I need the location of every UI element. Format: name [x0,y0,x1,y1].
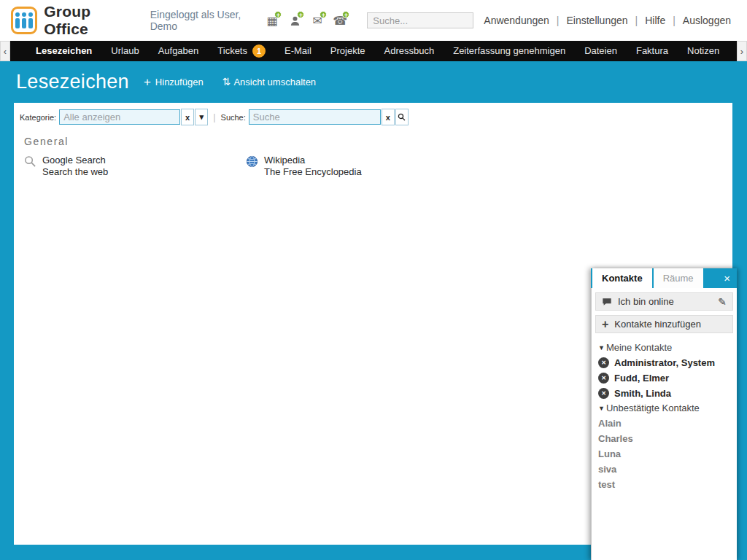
global-search-input[interactable] [367,12,473,28]
add-bookmark-button[interactable]: + Hinzufügen [139,74,208,90]
logged-in-status: Eingeloggt als User, Demo [150,9,265,32]
search-submit-button[interactable] [395,109,409,125]
edit-status-pencil-icon[interactable]: ✎ [718,296,727,308]
add-contacts-button[interactable]: + Kontakte hinzufügen [595,315,733,333]
magnifier-icon [398,113,406,121]
nav-tab-aufgaben[interactable]: Aufgaben [149,41,209,61]
bookmark-group-title: General [24,136,732,147]
nav-tab-notizen[interactable]: Notizen [678,41,729,61]
nav-tab-urlaub[interactable]: Urlaub [101,41,148,61]
top-header: Group Office Eingeloggt als User, Demo ▦… [0,0,747,41]
link-ausloggen[interactable]: Ausloggen [681,15,732,26]
filter-bar: Kategorie: x ▾ | Suche: x [14,103,732,125]
close-icon[interactable]: × [717,268,737,288]
bookmark-text: Google Search Search the web [42,155,108,178]
nav-scroll-left-icon[interactable]: ‹ [0,41,10,61]
category-combobox[interactable] [59,109,180,125]
bookmark-google-search[interactable]: Google Search Search the web [24,155,246,178]
contact-alain[interactable]: Alain [598,417,731,429]
plus-badge-icon: + [297,11,304,18]
link-separator: | [635,15,638,26]
logo-bar [22,18,26,28]
call-add-icon[interactable]: ☎ + [332,13,348,28]
calendar-add-icon[interactable]: ▦ + [264,13,280,28]
category-dropdown-button[interactable]: ▾ [195,109,208,125]
nav-tab-tickets[interactable]: Tickets 1 [208,41,275,61]
contact-smith-linda[interactable]: ✕ Smith, Linda [598,387,731,400]
search-clear-button[interactable]: x [382,109,395,125]
tab-label: Dateien [584,41,617,61]
nav-tab-email[interactable]: E-Mail [275,41,321,61]
magnifier-icon [24,155,36,168]
bookmark-subtitle: The Free Encyclopedia [264,166,362,178]
link-hilfe[interactable]: Hilfe [643,15,667,26]
group-label: Meine Kontakte [606,342,672,353]
group-meine-kontakte[interactable]: ▼ Meine Kontakte [598,342,731,353]
plus-icon: + [602,319,608,330]
online-status-bar[interactable]: Ich bin online ✎ [595,292,733,311]
contact-name: Luna [598,448,621,460]
nav-scroll-right-icon[interactable]: › [737,41,747,61]
group-unbestaetigte-kontakte[interactable]: ▼ Unbestätigte Kontakte [598,402,731,413]
contact-test[interactable]: test [598,478,731,491]
speech-bubble-icon [602,297,612,307]
tab-label: Notizen [687,41,719,61]
contact-siva[interactable]: siva [598,463,731,475]
nav-tab-faktura[interactable]: Faktura [627,41,678,61]
quick-add-icons: ▦ + + ✉ + ☎ + [264,13,348,28]
plus-badge-icon: + [320,11,327,18]
swap-view-icon: ⇅ [222,77,231,87]
group-label: Unbestätigte Kontakte [606,402,700,413]
bookmark-wikipedia[interactable]: Wikipedia The Free Encyclopedia [246,155,468,178]
link-separator: | [557,15,560,26]
contact-add-icon[interactable]: + [287,13,303,28]
nav-tab-zeiterfassung[interactable]: Zeiterfassung genehmigen [444,41,575,61]
tab-label: Zeiterfassung genehmigen [453,41,565,61]
email-add-icon[interactable]: ✉ + [309,13,325,28]
plus-badge-icon: + [274,11,282,18]
collapse-triangle-icon: ▼ [598,344,605,351]
bookmark-search-input[interactable] [249,109,381,125]
add-bookmark-label: Hinzufügen [155,77,204,88]
app-title: Group Office [44,3,134,38]
top-links: Anwendungen | Einstellungen | Hilfe | Au… [482,15,732,26]
tab-label: Projekte [330,41,365,61]
nav-tab-dateien[interactable]: Dateien [575,41,627,61]
contact-name: Fudd, Elmer [614,372,669,384]
contact-charles[interactable]: Charles [598,432,731,445]
toggle-view-button[interactable]: ⇅ Ansicht umschalten [218,74,320,90]
contact-name: Alain [598,417,622,429]
logo-bar [15,18,20,28]
contact-fudd-elmer[interactable]: ✕ Fudd, Elmer [598,372,731,384]
nav-tab-adressbuch[interactable]: Adressbuch [375,41,444,61]
online-status-text: Ich bin online [618,296,674,307]
plus-icon: + [144,77,151,87]
module-toolbar: Lesezeichen + Hinzufügen ⇅ Ansicht umsch… [0,61,747,103]
tab-raeume[interactable]: Räume [654,268,703,288]
link-einstellungen[interactable]: Einstellungen [565,15,629,26]
tickets-count-badge: 1 [252,44,266,58]
tab-kontakte[interactable]: Kontakte [592,268,652,288]
category-clear-button[interactable]: x [181,109,194,125]
filter-separator: | [213,112,215,122]
nav-tab-kalender[interactable]: Kalender [729,41,737,61]
nav-tab-projekte[interactable]: Projekte [321,41,375,61]
bookmark-text: Wikipedia The Free Encyclopedia [264,155,362,178]
contacts-tabstrip: Kontakte Räume × [591,268,737,288]
tab-label: Lesezeichen [36,41,92,61]
contacts-panel: Kontakte Räume × Ich bin online ✎ + Kont… [591,268,737,560]
contact-administrator-system[interactable]: ✕ Administrator, System [598,357,731,369]
plus-badge-icon: + [342,11,349,18]
contact-name: test [598,478,615,491]
add-contacts-label: Kontakte hinzufügen [614,319,701,330]
contact-luna[interactable]: Luna [598,448,731,460]
offline-status-icon: ✕ [598,357,609,368]
category-label: Kategorie: [20,113,56,122]
logo-bar [28,18,33,28]
nav-tab-lesezeichen[interactable]: Lesezeichen [26,41,101,61]
bookmark-grid: Google Search Search the web Wikipedia T… [24,155,732,178]
contacts-body: Ich bin online ✎ + Kontakte hinzufügen ▼… [591,288,737,560]
link-anwendungen[interactable]: Anwendungen [482,15,551,26]
toggle-view-label: Ansicht umschalten [233,77,316,88]
group-office-logo-icon[interactable] [11,7,37,34]
